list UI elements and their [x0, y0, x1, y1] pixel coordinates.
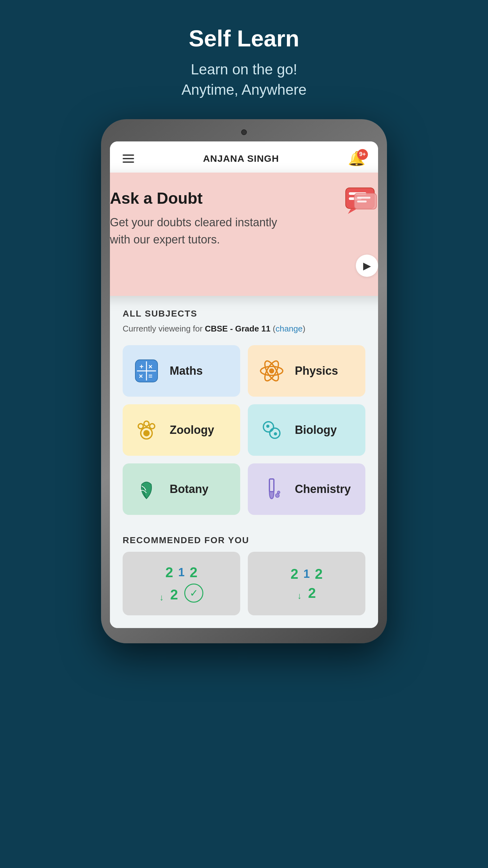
maths-icon: + × × =	[132, 356, 161, 385]
doubt-title: Ask a Doubt	[110, 189, 378, 208]
rec-num-blue: 1	[178, 566, 185, 579]
tablet-camera	[241, 129, 247, 135]
hero-subtitle: Learn on the go! Anytime, Anywhere	[182, 59, 306, 100]
svg-point-20	[138, 424, 143, 429]
subject-card-botany[interactable]: Botany	[123, 463, 240, 515]
rec-num-green3: 2	[291, 566, 298, 582]
subtitle-line2: Anytime, Anywhere	[182, 81, 306, 98]
svg-point-17	[269, 368, 274, 373]
rec-arrow2: ↓	[297, 591, 302, 601]
recommended-section: RECOMMENDED FOR YOU 2 1 2 ↓ 2 ✓	[110, 529, 378, 628]
svg-marker-3	[348, 209, 357, 214]
rec-num-blue2: 1	[303, 567, 310, 581]
svg-text:×: ×	[149, 363, 153, 371]
svg-text:+: +	[139, 363, 143, 371]
zoology-label: Zoology	[170, 423, 214, 437]
maths-label: Maths	[170, 364, 203, 378]
botany-label: Botany	[170, 483, 208, 496]
rec-arrow1: ↓	[160, 592, 164, 602]
tablet-frame: ANJANA SINGH 🔔 9+	[101, 119, 387, 643]
subjects-section-title: ALL SUBJECTS	[123, 309, 365, 319]
hero-section: Self Learn Learn on the go! Anytime, Any…	[0, 0, 488, 119]
rec-row2-2: ↓ 2	[297, 585, 316, 601]
svg-rect-6	[357, 200, 367, 203]
rec-card-1[interactable]: 2 1 2 ↓ 2 ✓	[123, 552, 240, 615]
doubt-description: Get your doubts cleared instantly with o…	[110, 214, 298, 248]
recommended-title: RECOMMENDED FOR YOU	[123, 535, 365, 546]
change-grade-link[interactable]: change	[275, 324, 302, 333]
biology-icon	[257, 416, 286, 444]
subject-card-zoology[interactable]: Zoology	[123, 404, 240, 456]
username-label: ANJANA SINGH	[203, 153, 279, 164]
rec-sub1: 2	[170, 587, 178, 602]
doubt-chat-icon	[343, 185, 378, 224]
subjects-section: ALL SUBJECTS Currently vieweing for CBSE…	[110, 296, 378, 529]
subject-card-maths[interactable]: + × × = Maths	[123, 345, 240, 397]
hero-title: Self Learn	[189, 25, 299, 52]
rec-card-2[interactable]: 2 1 2 ↓ 2	[248, 552, 365, 615]
svg-point-25	[266, 425, 269, 428]
rec-numbers-1: 2 1 2	[165, 564, 198, 580]
rec-check-circle: ✓	[184, 584, 203, 602]
rec-num-green: 2	[165, 564, 173, 580]
subject-card-biology[interactable]: Biology	[248, 404, 365, 456]
viewing-for-label: Currently vieweing for CBSE - Grade 11 (…	[123, 324, 365, 334]
notification-button[interactable]: 🔔 9+	[348, 150, 365, 167]
doubt-card[interactable]: Ask a Doubt Get your doubts cleared inst…	[110, 173, 378, 296]
svg-rect-28	[269, 479, 274, 492]
svg-rect-5	[357, 197, 370, 199]
svg-point-29	[275, 494, 279, 497]
tablet-screen: ANJANA SINGH 🔔 9+	[110, 142, 378, 628]
zoology-icon	[132, 416, 161, 444]
physics-label: Physics	[295, 364, 338, 378]
svg-text:×: ×	[139, 372, 143, 380]
hamburger-menu[interactable]	[123, 154, 134, 163]
subjects-grid: + × × = Maths	[123, 345, 365, 515]
chemistry-icon	[257, 475, 286, 503]
physics-icon	[257, 356, 286, 385]
rec-num-green4: 2	[315, 566, 323, 582]
rec-num-green2: 2	[190, 564, 197, 580]
biology-label: Biology	[295, 423, 337, 437]
recommended-grid: 2 1 2 ↓ 2 ✓ 2 1 2	[123, 552, 365, 615]
notification-badge: 9+	[357, 149, 368, 160]
chemistry-label: Chemistry	[295, 483, 351, 496]
rec-row2-1: ↓ 2 ✓	[160, 584, 203, 602]
svg-point-21	[144, 421, 149, 426]
botany-icon	[132, 475, 161, 503]
doubt-arrow-button[interactable]: ▶	[356, 255, 378, 277]
subject-card-physics[interactable]: Physics	[248, 345, 365, 397]
doubt-card-wrapper: Ask a Doubt Get your doubts cleared inst…	[110, 173, 378, 296]
svg-point-30	[278, 491, 280, 494]
subject-card-chemistry[interactable]: Chemistry	[248, 463, 365, 515]
rec-numbers-2: 2 1 2	[291, 566, 323, 582]
svg-point-19	[143, 430, 150, 436]
app-header: ANJANA SINGH 🔔 9+	[110, 142, 378, 176]
rec-sub2: 2	[308, 585, 316, 601]
subtitle-line1: Learn on the go!	[191, 61, 297, 78]
svg-point-26	[274, 432, 277, 435]
svg-text:=: =	[149, 372, 153, 380]
svg-point-22	[150, 424, 155, 429]
